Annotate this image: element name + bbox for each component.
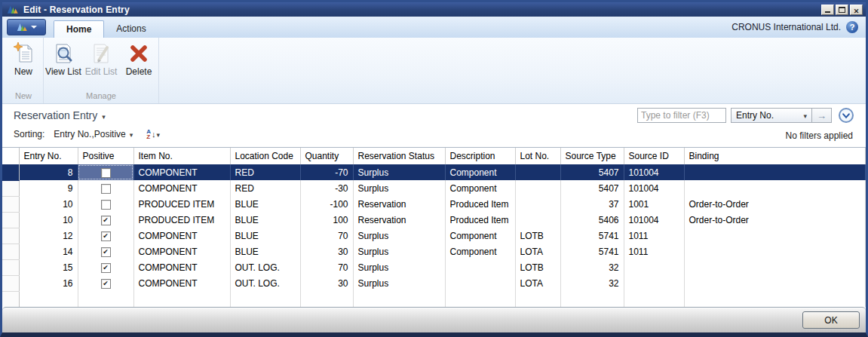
cell-item_no[interactable]: COMPONENT	[133, 180, 230, 196]
cell-positive[interactable]	[78, 275, 133, 291]
cell-item_no[interactable]: COMPONENT	[133, 275, 230, 291]
column-header-entry-no[interactable]: Entry No.	[19, 148, 78, 164]
column-header-item-no[interactable]: Item No.	[133, 148, 230, 164]
cell-reservation_status[interactable]: Reservation	[353, 196, 445, 212]
row-selector[interactable]	[2, 275, 19, 291]
table-row[interactable]: 10PRODUCED ITEMBLUE-100ReservationProduc…	[2, 196, 866, 212]
table-row[interactable]: 16COMPONENTOUT. LOG.30SurplusLOTA32	[2, 275, 866, 291]
checkbox-checked-icon[interactable]	[101, 231, 111, 241]
cell-description[interactable]: Component	[445, 244, 515, 259]
filter-field-dropdown[interactable]: Entry No.	[731, 108, 812, 123]
row-selector[interactable]	[2, 212, 19, 228]
cell-item_no[interactable]: PRODUCED ITEM	[133, 196, 230, 212]
cell-quantity[interactable]: 30	[300, 244, 353, 259]
cell-lot_no[interactable]: LOTA	[515, 244, 560, 259]
column-header-location-code[interactable]: Location Code	[230, 148, 300, 164]
cell-source_type[interactable]: 32	[560, 275, 624, 291]
cell-item_no[interactable]: COMPONENT	[133, 259, 230, 275]
cell-quantity[interactable]: 30	[300, 275, 353, 291]
table-row[interactable]: 8COMPONENTRED-70SurplusComponent54071010…	[2, 164, 866, 180]
cell-entry_no[interactable]: 14	[19, 244, 78, 259]
cell-positive[interactable]	[78, 196, 133, 212]
cell-positive[interactable]	[78, 164, 133, 180]
checkbox-checked-icon[interactable]	[101, 279, 111, 289]
close-button[interactable]	[850, 5, 863, 15]
cell-description[interactable]: Produced Item	[445, 196, 515, 212]
cell-entry_no[interactable]: 16	[19, 275, 78, 291]
cell-lot_no[interactable]	[515, 164, 560, 180]
cell-lot_no[interactable]: LOTA	[515, 275, 560, 291]
row-selector[interactable]	[2, 196, 19, 212]
cell-positive[interactable]	[78, 228, 133, 244]
checkbox-unchecked-icon[interactable]	[101, 168, 111, 178]
cell-source_type[interactable]: 5741	[560, 228, 624, 244]
cell-lot_no[interactable]	[515, 180, 560, 196]
column-header-positive[interactable]: Positive	[78, 148, 133, 164]
minimize-button[interactable]	[821, 5, 834, 15]
maximize-button[interactable]	[836, 5, 848, 15]
cell-source_type[interactable]: 5407	[560, 180, 624, 196]
view-list-button[interactable]: View List	[45, 39, 81, 89]
checkbox-unchecked-icon[interactable]	[101, 184, 111, 194]
cell-binding[interactable]: Order-to-Order	[684, 196, 866, 212]
cell-item_no[interactable]: PRODUCED ITEM	[133, 212, 230, 228]
column-header-description[interactable]: Description	[445, 148, 515, 164]
help-icon[interactable]: ?	[846, 21, 858, 33]
cell-source_type[interactable]: 5406	[560, 212, 624, 228]
cell-source_type[interactable]: 32	[560, 259, 624, 275]
cell-quantity[interactable]: 100	[300, 212, 353, 228]
row-selector[interactable]	[2, 164, 19, 180]
cell-description[interactable]: Component	[445, 164, 515, 180]
cell-quantity[interactable]: -30	[300, 180, 353, 196]
cell-quantity[interactable]: 70	[300, 228, 353, 244]
cell-description[interactable]	[445, 275, 515, 291]
cell-location_code[interactable]: OUT. LOG.	[230, 275, 300, 291]
cell-entry_no[interactable]: 12	[19, 228, 78, 244]
cell-quantity[interactable]: -100	[300, 196, 353, 212]
tab-actions[interactable]: Actions	[104, 20, 158, 38]
cell-reservation_status[interactable]: Reservation	[353, 212, 445, 228]
cell-reservation_status[interactable]: Surplus	[353, 164, 445, 180]
cell-location_code[interactable]: BLUE	[230, 244, 300, 259]
column-header-source-type[interactable]: Source Type	[560, 148, 624, 164]
column-header-lot-no[interactable]: Lot No.	[515, 148, 560, 164]
checkbox-checked-icon[interactable]	[101, 247, 111, 257]
cell-location_code[interactable]: RED	[230, 180, 300, 196]
edit-list-button[interactable]: Edit List	[83, 39, 119, 89]
table-row[interactable]: 9COMPONENTRED-30SurplusComponent54071010…	[2, 180, 866, 196]
cell-entry_no[interactable]: 10	[19, 212, 78, 228]
cell-source_id[interactable]: 1011	[624, 228, 684, 244]
cell-source_id[interactable]: 101004	[624, 180, 684, 196]
cell-description[interactable]: Produced Item	[445, 212, 515, 228]
cell-source_id[interactable]	[624, 275, 684, 291]
cell-positive[interactable]	[78, 244, 133, 259]
checkbox-checked-icon[interactable]	[101, 263, 111, 273]
column-header-source-id[interactable]: Source ID	[624, 148, 684, 164]
apply-filter-button[interactable]	[812, 108, 832, 123]
application-menu-button[interactable]	[7, 19, 46, 35]
cell-item_no[interactable]: COMPONENT	[133, 244, 230, 259]
cell-source_type[interactable]: 5407	[560, 164, 624, 180]
new-button[interactable]: New	[5, 39, 41, 89]
cell-entry_no[interactable]: 10	[19, 196, 78, 212]
cell-binding[interactable]	[684, 180, 866, 196]
filter-input[interactable]	[637, 108, 726, 123]
tab-home[interactable]: Home	[54, 20, 104, 38]
table-row[interactable]: 10PRODUCED ITEMBLUE100ReservationProduce…	[2, 212, 866, 228]
cell-quantity[interactable]: -70	[300, 164, 353, 180]
cell-location_code[interactable]: BLUE	[230, 228, 300, 244]
cell-binding[interactable]	[684, 275, 866, 291]
cell-source_id[interactable]: 1001	[624, 196, 684, 212]
cell-source_id[interactable]: 101004	[624, 164, 684, 180]
cell-source_type[interactable]: 5741	[560, 244, 624, 259]
table-row[interactable]: 12COMPONENTBLUE70SurplusComponentLOTB574…	[2, 228, 866, 244]
delete-button[interactable]: Delete	[121, 39, 157, 89]
cell-lot_no[interactable]: LOTB	[515, 259, 560, 275]
cell-source_type[interactable]: 37	[560, 196, 624, 212]
cell-positive[interactable]	[78, 180, 133, 196]
cell-reservation_status[interactable]: Surplus	[353, 244, 445, 259]
expand-filter-pane-button[interactable]	[839, 108, 854, 123]
cell-reservation_status[interactable]: Surplus	[353, 228, 445, 244]
cell-binding[interactable]: Order-to-Order	[684, 212, 866, 228]
cell-description[interactable]: Component	[445, 180, 515, 196]
